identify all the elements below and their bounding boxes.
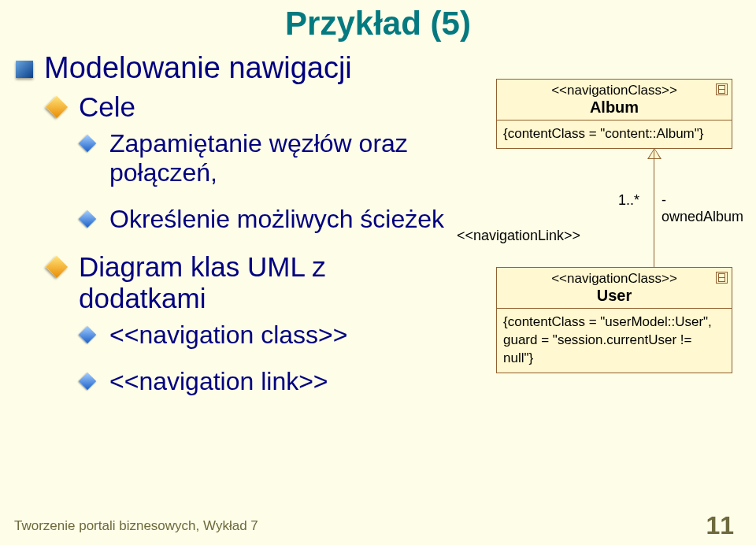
bullet-text: Diagram klas UML z dodatkami <box>79 251 457 314</box>
diamond-blue-icon <box>79 210 97 228</box>
uml-class-name: Album <box>503 98 725 117</box>
uml-diagram: <<navigationClass>> Album {contentClass … <box>449 79 740 373</box>
bullet-l3: <<navigation class>> <box>79 321 457 350</box>
page-number: 11 <box>706 511 734 540</box>
uml-class-attrs: {contentClass = "userModel::User", guard… <box>497 309 732 373</box>
class-corner-icon <box>716 83 728 95</box>
slide-title: Przykład (5) <box>0 5 756 43</box>
bullet-l3: Zapamiętanie węzłów oraz połączeń, <box>79 129 457 187</box>
assoc-line <box>654 149 654 267</box>
uml-class-header: <<navigationClass>> Album <box>497 80 732 120</box>
bullet-l2: Cele <box>47 91 457 123</box>
square-bullet-icon <box>16 61 33 78</box>
diamond-blue-icon <box>79 135 97 153</box>
uml-role: -ownedAlbum <box>662 192 743 225</box>
bullet-text: <<navigation class>> <box>109 321 347 350</box>
uml-class-user: <<navigationClass>> User {contentClass =… <box>496 267 732 373</box>
uml-stereotype: <<navigationClass>> <box>503 83 725 98</box>
bullet-l3: <<navigation link>> <box>79 367 457 396</box>
bullet-list: Modelowanie nawigacji Cele Zapamiętanie … <box>16 51 457 413</box>
diamond-blue-icon <box>79 373 97 391</box>
bullet-text: Modelowanie nawigacji <box>44 51 352 85</box>
diamond-orange-icon <box>46 96 68 118</box>
class-corner-icon <box>716 272 728 284</box>
uml-class-name: User <box>503 287 725 305</box>
bullet-text: Cele <box>79 91 135 123</box>
uml-class-album: <<navigationClass>> Album {contentClass … <box>496 79 732 149</box>
uml-association: 1..* -ownedAlbum <<navigationLink>> <box>496 149 732 267</box>
bullet-l1: Modelowanie nawigacji <box>16 51 457 85</box>
bullet-text: <<navigation link>> <box>109 367 328 396</box>
diamond-orange-icon <box>46 256 68 278</box>
bullet-l3: Określenie możliwych ścieżek <box>79 205 457 234</box>
uml-class-header: <<navigationClass>> User <box>497 268 732 309</box>
assoc-arrow-icon <box>649 149 660 158</box>
uml-class-attrs: {contentClass = "content::Album"} <box>497 120 732 148</box>
diamond-blue-icon <box>79 326 97 344</box>
uml-attr-line: {contentClass = "userModel::User", <box>503 313 725 332</box>
uml-link-stereotype: <<navigationLink>> <box>457 228 580 244</box>
uml-stereotype: <<navigationClass>> <box>503 271 725 287</box>
uml-attr-line: guard = "session.currentUser != null"} <box>503 332 725 368</box>
uml-multiplicity: 1..* <box>618 192 639 209</box>
slide: Przykład (5) Modelowanie nawigacji Cele … <box>0 0 756 545</box>
bullet-text: Zapamiętanie węzłów oraz połączeń, <box>109 129 457 187</box>
bullet-text: Określenie możliwych ścieżek <box>109 205 444 234</box>
footer-text: Tworzenie portali biznesowych, Wykład 7 <box>14 518 258 534</box>
bullet-l2: Diagram klas UML z dodatkami <box>47 251 457 314</box>
